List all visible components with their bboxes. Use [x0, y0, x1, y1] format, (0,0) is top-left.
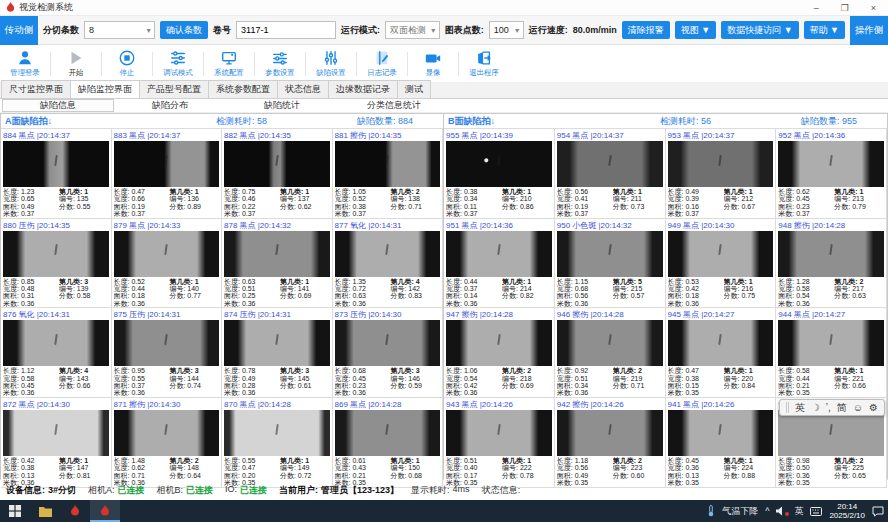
- action-label: 系统配置: [214, 67, 243, 77]
- action-separator: [50, 52, 51, 76]
- volume-icon[interactable]: [776, 506, 787, 516]
- main-tab-3[interactable]: 系统参数配置: [208, 80, 278, 98]
- pinned-app-icon[interactable]: [60, 500, 90, 522]
- defect-cell[interactable]: 942 擦伤 |20:14:26长度: 1.18宽度: 0.56面积: 0.49…: [555, 398, 666, 488]
- defect-cell[interactable]: 949 黑点 |20:14:30长度: 0.53宽度: 0.42面积: 0.18…: [666, 219, 777, 309]
- roll-number-input[interactable]: [236, 21, 336, 39]
- defect-cell[interactable]: 880 压伤 |20:14:35长度: 0.85宽度: 0.48面积: 0.31…: [1, 219, 112, 309]
- defect-cell[interactable]: 883 黑点 |20:14:37长度: 0.47宽度: 0.66面积: 0.19…: [112, 129, 223, 219]
- action-log-button[interactable]: 日志记录: [359, 47, 405, 81]
- defect-cell-header: 869 黑点 |20:14:28: [335, 399, 441, 410]
- sub-tab-2[interactable]: 缺陷统计: [226, 99, 338, 112]
- defect-cell[interactable]: 953 黑点 |20:14:37长度: 0.49宽度: 0.39面积: 0.16…: [666, 129, 777, 219]
- drive-side-button[interactable]: 传动侧: [0, 16, 38, 45]
- running-app-icon[interactable]: [90, 500, 120, 522]
- ime-punctuation[interactable]: ’,: [826, 403, 831, 413]
- defect-cell[interactable]: 954 黑点 |20:14:37长度: 0.56宽度: 0.41面积: 0.19…: [555, 129, 666, 219]
- ime-lang-en[interactable]: 英: [795, 403, 805, 413]
- main-tab-0[interactable]: 尺寸监控界面: [1, 80, 71, 98]
- defect-field: 长度: 0.61: [335, 457, 391, 464]
- play-icon: [67, 49, 85, 67]
- ime-settings-icon[interactable]: ⚙: [869, 403, 878, 413]
- defect-cell[interactable]: 879 黑点 |20:14:33长度: 0.52宽度: 0.44面积: 0.18…: [112, 219, 223, 309]
- defect-cell[interactable]: 874 压伤 |20:14:31长度: 0.78宽度: 0.49面积: 0.28…: [222, 308, 333, 398]
- defect-field: 宽度: 0.66: [114, 195, 170, 202]
- ime-moon-icon[interactable]: ☽: [811, 403, 820, 413]
- defect-field: 面积: 0.49: [557, 472, 613, 479]
- main-tab-4[interactable]: 状态信息: [277, 80, 329, 98]
- action-camera-button[interactable]: 显像: [410, 47, 456, 81]
- ime-drag-handle[interactable]: [786, 402, 789, 413]
- defect-cell[interactable]: 948 擦伤 |20:14:28长度: 1.28宽度: 0.58面积: 0.54…: [776, 219, 887, 309]
- action-params-button[interactable]: 参数设置: [257, 47, 303, 81]
- keyboard-icon[interactable]: [810, 507, 822, 516]
- defect-cell[interactable]: 877 氧化 |20:14:31长度: 1.35宽度: 0.72面积: 0.63…: [333, 219, 444, 309]
- main-tab-2[interactable]: 产品型号配置: [139, 80, 209, 98]
- defect-cell[interactable]: 881 擦伤 |20:14:35长度: 1.05宽度: 0.52面积: 0.38…: [333, 129, 444, 219]
- defect-cell[interactable]: 941 黑点 |20:14:26长度: 0.45宽度: 0.36面积: 0.13…: [666, 398, 777, 488]
- defect-cell[interactable]: 950 小色斑 |20:14:32长度: 1.15宽度: 0.68面积: 0.5…: [555, 219, 666, 309]
- action-debug-button[interactable]: 调试模式: [155, 47, 201, 81]
- defect-cell[interactable]: 875 压伤 |20:14:31长度: 0.95宽度: 0.55面积: 0.37…: [112, 308, 223, 398]
- defect-cell[interactable]: 947 擦伤 |20:14:28长度: 1.06宽度: 0.54面积: 0.42…: [444, 308, 555, 398]
- close-button[interactable]: ×: [871, 3, 876, 13]
- defect-cell[interactable]: 882 黑点 |20:14:35长度: 0.75宽度: 0.46面积: 0.22…: [222, 129, 333, 219]
- panel-defect-count: 缺陷数量: 955: [801, 115, 857, 128]
- defect-cell[interactable]: 955 黑点 |20:14:39长度: 0.38宽度: 0.34面积: 0.11…: [444, 129, 555, 219]
- sub-tab-0[interactable]: 缺陷信息: [2, 99, 114, 112]
- defect-cell[interactable]: 872 黑点 |20:14:30长度: 0.42宽度: 0.38面积: 0.13…: [1, 398, 112, 488]
- ime-toolbar[interactable]: 英☽’,简☺⚙: [779, 399, 885, 416]
- minimize-button[interactable]: –: [814, 3, 819, 13]
- main-tab-6[interactable]: 测试: [397, 80, 431, 98]
- operate-side-button[interactable]: 操作侧: [850, 16, 888, 45]
- defect-cell[interactable]: 870 黑点 |20:14:28长度: 0.55宽度: 0.47面积: 0.20…: [222, 398, 333, 488]
- help-menu-button[interactable]: 帮助 ▼: [804, 21, 845, 39]
- split-count-select[interactable]: 8 ▼: [84, 21, 155, 39]
- defect-cell[interactable]: 951 黑点 |20:14:36长度: 0.44宽度: 0.37面积: 0.14…: [444, 219, 555, 309]
- maximize-button[interactable]: ❐: [841, 3, 849, 13]
- view-menu-button[interactable]: 视图 ▼: [675, 21, 716, 39]
- defect-mark: [275, 155, 279, 166]
- defect-measures: 长度: 0.45宽度: 0.36面积: 0.13米数: 0.35: [668, 457, 724, 487]
- defect-measures: 长度: 1.12宽度: 0.58面积: 0.45米数: 0.36: [3, 367, 59, 397]
- file-explorer-icon[interactable]: [30, 500, 60, 522]
- weather-status[interactable]: 气温下降: [722, 505, 758, 518]
- defect-cell[interactable]: 878 黑点 |20:14:32长度: 0.63宽度: 0.51面积: 0.25…: [222, 219, 333, 309]
- action-play-button[interactable]: 开始: [53, 47, 99, 81]
- sub-tab-1[interactable]: 缺陷分布: [114, 99, 226, 112]
- defect-cell[interactable]: 945 黑点 |20:14:27长度: 0.47宽度: 0.38面积: 0.15…: [666, 308, 777, 398]
- defect-cell[interactable]: 944 黑点 |20:14:27长度: 0.58宽度: 0.44面积: 0.21…: [776, 308, 887, 398]
- defect-field: 宽度: 0.51: [224, 285, 280, 292]
- defect-cell[interactable]: 869 黑点 |20:14:28长度: 0.61宽度: 0.43面积: 0.21…: [333, 398, 444, 488]
- ime-language-indicator[interactable]: 英: [794, 505, 803, 518]
- defect-cell[interactable]: 871 擦伤 |20:14:30长度: 1.48宽度: 0.62面积: 0.71…: [112, 398, 223, 488]
- sub-tab-3[interactable]: 分类信息统计: [338, 99, 450, 112]
- ime-emoji-icon[interactable]: ☺: [853, 403, 863, 413]
- defect-cell[interactable]: 952 黑点 |20:14:36长度: 0.62宽度: 0.45面积: 0.23…: [776, 129, 887, 219]
- taskbar-clock[interactable]: 20:14 2025/2/10: [829, 502, 865, 520]
- defect-cell[interactable]: 884 黑点 |20:14:37长度: 1.23宽度: 0.65面积: 0.49…: [1, 129, 112, 219]
- action-exit-button[interactable]: 退出程序: [461, 47, 507, 81]
- defect-cell[interactable]: 946 擦伤 |20:14:28长度: 0.92宽度: 0.51面积: 0.34…: [555, 308, 666, 398]
- hidden-icons-chevron[interactable]: ^: [765, 506, 769, 516]
- clear-alarm-button[interactable]: 清除报警: [622, 21, 670, 39]
- action-defect-button[interactable]: 缺陷设置: [308, 47, 354, 81]
- main-tab-5[interactable]: 边缘数据记录: [328, 80, 398, 98]
- run-mode-select[interactable]: 双面检测 ▼: [385, 21, 440, 39]
- defect-info: 长度: 0.47宽度: 0.66面积: 0.19米数: 0.37第几类: 1编号…: [114, 187, 220, 218]
- data-quick-access-button[interactable]: 数据快捷访问 ▼: [721, 21, 798, 39]
- defect-cell-header: 877 氧化 |20:14:31: [335, 220, 441, 231]
- action-user-button[interactable]: 管理登录: [2, 47, 48, 81]
- defect-mark: [164, 334, 168, 345]
- defect-cell[interactable]: 876 氧化 |20:14:31长度: 1.12宽度: 0.58面积: 0.45…: [1, 308, 112, 398]
- start-button[interactable]: [0, 500, 30, 522]
- defect-cell[interactable]: 943 黑点 |20:14:26长度: 0.51宽度: 0.40面积: 0.17…: [444, 398, 555, 488]
- action-stop-button[interactable]: 停止: [104, 47, 150, 81]
- main-tab-1[interactable]: 缺陷监控界面: [70, 80, 140, 98]
- defect-cell[interactable]: 873 压伤 |20:14:30长度: 0.68宽度: 0.45面积: 0.23…: [333, 308, 444, 398]
- notification-center-icon[interactable]: [872, 506, 884, 517]
- confirm-count-button[interactable]: 确认条数: [160, 21, 208, 39]
- chart-points-select[interactable]: 100 ▼: [489, 21, 524, 39]
- action-monitor-button[interactable]: 系统配置: [206, 47, 252, 81]
- ime-simplified-chinese[interactable]: 简: [837, 403, 847, 413]
